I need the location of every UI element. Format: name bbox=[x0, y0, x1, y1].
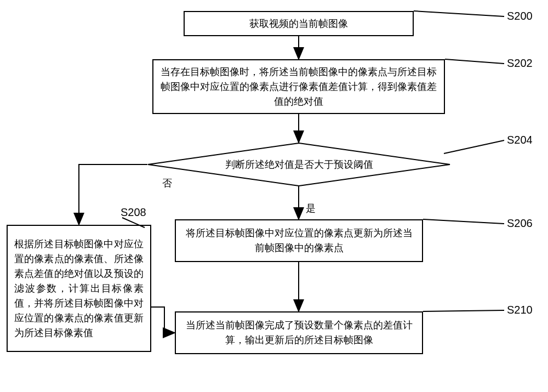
step-s200-box: 获取视频的当前帧图像 bbox=[184, 11, 414, 36]
edge-yes-label: 是 bbox=[306, 202, 316, 215]
svg-line-6 bbox=[423, 310, 504, 311]
step-s200-text: 获取视频的当前帧图像 bbox=[249, 16, 348, 31]
svg-line-1 bbox=[414, 11, 504, 16]
step-s204-text: 判断所述绝对值是否大于预设阈值 bbox=[225, 158, 373, 171]
step-s202-label: S202 bbox=[507, 57, 533, 70]
step-s204-decision: 判断所述绝对值是否大于预设阈值 bbox=[147, 143, 450, 186]
step-s204-label: S204 bbox=[507, 134, 533, 146]
svg-line-5 bbox=[423, 219, 504, 224]
step-s206-text: 将所述目标帧图像中对应位置的像素点更新为所述当前帧图像中的像素点 bbox=[182, 226, 415, 255]
step-s206-label: S206 bbox=[507, 217, 533, 230]
svg-line-2 bbox=[445, 59, 504, 64]
step-s208-box: 根据所述目标帧图像中对应位置的像素点的像素值、所述像素点差值的绝对值以及预设的滤… bbox=[7, 225, 151, 352]
step-s202-box: 当存在目标帧图像时，将所述当前帧图像中的像素点与所述目标帧图像中对应位置的像素点… bbox=[152, 59, 445, 114]
step-s208-text: 根据所述目标帧图像中对应位置的像素点的像素值、所述像素点差值的绝对值以及预设的滤… bbox=[14, 237, 144, 340]
edge-no-label: 否 bbox=[162, 177, 172, 190]
step-s210-label: S210 bbox=[507, 304, 533, 316]
step-s206-box: 将所述目标帧图像中对应位置的像素点更新为所述当前帧图像中的像素点 bbox=[175, 219, 423, 262]
step-s200-label: S200 bbox=[507, 10, 533, 22]
step-s208-label: S208 bbox=[121, 206, 146, 219]
svg-line-3 bbox=[444, 140, 504, 154]
flowchart-canvas: 获取视频的当前帧图像 S200 当存在目标帧图像时，将所述当前帧图像中的像素点与… bbox=[0, 0, 548, 392]
step-s202-text: 当存在目标帧图像时，将所述当前帧图像中的像素点与所述目标帧图像中对应位置的像素点… bbox=[160, 65, 437, 109]
step-s210-text: 当所述当前帧图像完成了预设数量个像素点的差值计算，输出更新后的所述目标帧图像 bbox=[182, 318, 415, 348]
step-s210-box: 当所述当前帧图像完成了预设数量个像素点的差值计算，输出更新后的所述目标帧图像 bbox=[175, 311, 423, 354]
